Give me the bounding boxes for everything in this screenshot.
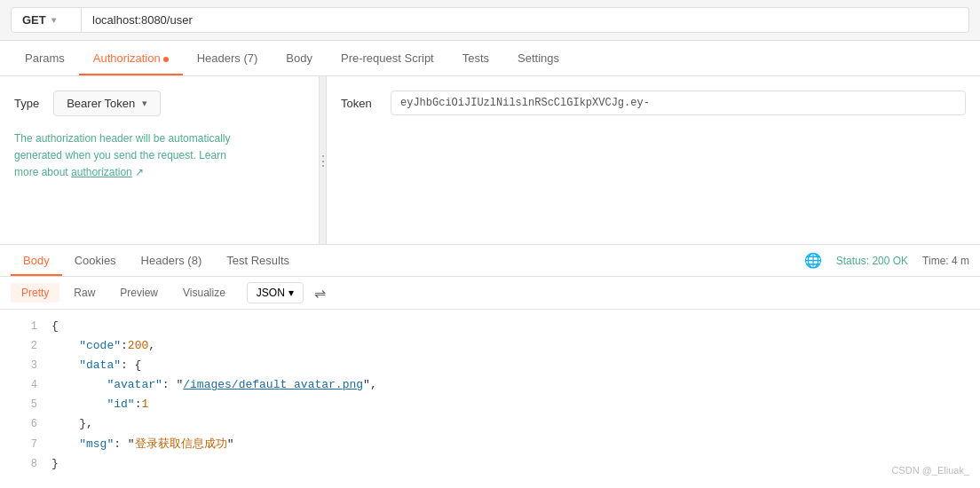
json-line-7: 7 "msg": "登录获取信息成功": [0, 435, 980, 454]
watermark: CSDN @_Eliuak_: [891, 465, 969, 476]
format-bar: Pretty Raw Preview Visualize JSON ▾ ⇌: [0, 277, 980, 310]
resp-tab-cookies[interactable]: Cookies: [62, 245, 129, 276]
tab-authorization[interactable]: Authorization: [79, 41, 183, 75]
bearer-token-select[interactable]: Bearer Token ▾: [53, 91, 161, 116]
format-select[interactable]: JSON ▾: [247, 282, 304, 303]
json-line-3: 3 "data": {: [0, 356, 980, 375]
json-line-8: 8 }: [0, 454, 980, 474]
fmt-visualize[interactable]: Visualize: [172, 283, 236, 303]
url-input[interactable]: [82, 7, 969, 33]
tab-tests[interactable]: Tests: [448, 41, 503, 75]
auth-left-panel: Type Bearer Token ▾ The authorization he…: [0, 76, 320, 244]
json-line-5: 5 "id": 1: [0, 395, 980, 414]
status-badge: Status: 200 OK: [836, 255, 908, 267]
type-row: Type Bearer Token ▾: [14, 91, 304, 116]
tab-settings[interactable]: Settings: [503, 41, 573, 75]
response-status-bar: 🌐 Status: 200 OK Time: 4 m: [804, 252, 969, 269]
json-response-body: 1 { 2 "code": 200, 3 "data": { 4 "avatar…: [0, 310, 980, 481]
tab-body[interactable]: Body: [272, 41, 327, 75]
auth-divider[interactable]: [320, 76, 327, 244]
active-dot: [163, 57, 169, 62]
bearer-label: Bearer Token: [67, 97, 135, 110]
tab-params[interactable]: Params: [11, 41, 79, 75]
method-chevron-icon: ▾: [51, 15, 56, 25]
request-tabs: Params Authorization Headers (7) Body Pr…: [0, 41, 980, 76]
fmt-pretty[interactable]: Pretty: [11, 283, 59, 303]
time-value: Time: 4 m: [922, 255, 969, 267]
format-chevron-icon: ▾: [288, 287, 294, 299]
token-row: Token: [341, 91, 966, 115]
method-label: GET: [22, 13, 46, 27]
url-bar: GET ▾: [0, 0, 980, 41]
tab-headers[interactable]: Headers (7): [183, 41, 273, 75]
tab-prerequest[interactable]: Pre-request Script: [327, 41, 448, 75]
token-input[interactable]: [391, 91, 966, 115]
json-line-6: 6 },: [0, 414, 980, 434]
type-label: Type: [14, 97, 39, 110]
resp-tab-test-results[interactable]: Test Results: [214, 245, 302, 276]
filter-icon[interactable]: ⇌: [314, 285, 326, 302]
json-line-1: 1 {: [0, 317, 980, 336]
resp-tab-body[interactable]: Body: [11, 245, 62, 276]
json-line-2: 2 "code": 200,: [0, 336, 980, 356]
fmt-raw[interactable]: Raw: [63, 283, 106, 303]
fmt-preview[interactable]: Preview: [109, 283, 169, 303]
response-section: Body Cookies Headers (8) Test Results 🌐 …: [0, 245, 980, 481]
resp-tab-headers[interactable]: Headers (8): [129, 245, 215, 276]
globe-icon: 🌐: [804, 252, 822, 269]
bearer-chevron-icon: ▾: [142, 98, 147, 109]
authorization-link[interactable]: authorization: [71, 166, 132, 178]
response-tabs: Body Cookies Headers (8) Test Results 🌐 …: [0, 245, 980, 277]
token-label: Token: [341, 97, 376, 110]
method-select[interactable]: GET ▾: [11, 7, 82, 33]
auth-right-panel: Token: [327, 76, 980, 244]
json-line-4: 4 "avatar": "/images/default_avatar.png"…: [0, 375, 980, 395]
auth-description: The authorization header will be automat…: [14, 130, 304, 182]
auth-area: Type Bearer Token ▾ The authorization he…: [0, 76, 980, 245]
